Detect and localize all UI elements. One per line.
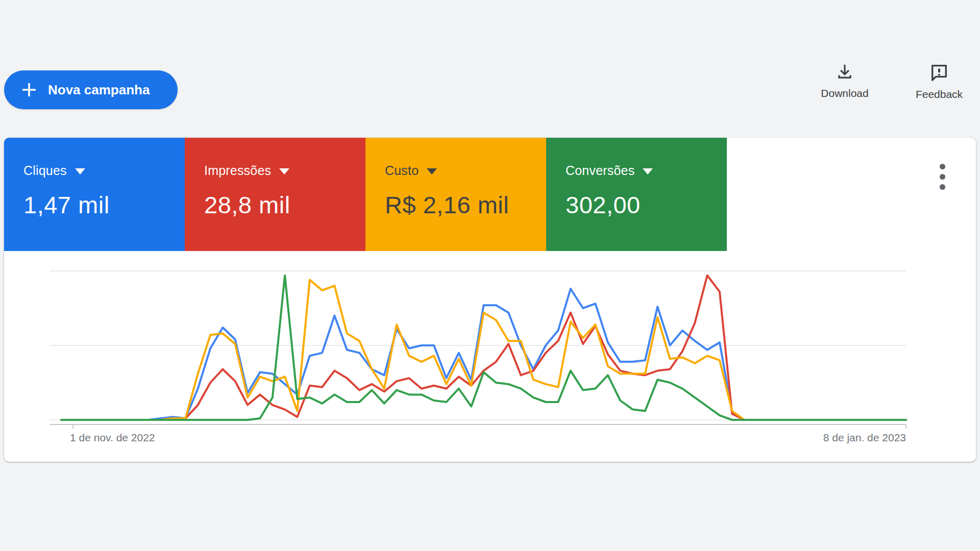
new-campaign-label: Nova campanha xyxy=(48,82,150,98)
x-axis-end-label: 8 de jan. de 2023 xyxy=(823,432,906,444)
download-button[interactable]: Download xyxy=(804,62,886,99)
download-label: Download xyxy=(821,87,868,99)
overview-card: Cliques 1,47 mil Impressões 28,8 mil Cus… xyxy=(4,138,976,462)
feedback-label: Feedback xyxy=(916,88,963,101)
series-cliques xyxy=(61,289,906,420)
feedback-button[interactable]: Feedback xyxy=(898,62,980,101)
timeseries-chart[interactable] xyxy=(4,138,976,462)
plus-icon xyxy=(20,81,38,98)
x-axis-start-label: 1 de nov. de 2022 xyxy=(70,432,155,444)
download-icon xyxy=(835,62,854,83)
series-custo xyxy=(61,280,906,420)
feedback-icon xyxy=(929,62,949,84)
new-campaign-button[interactable]: Nova campanha xyxy=(4,70,178,109)
series-conversões xyxy=(61,276,906,420)
series-impressões xyxy=(61,276,906,420)
